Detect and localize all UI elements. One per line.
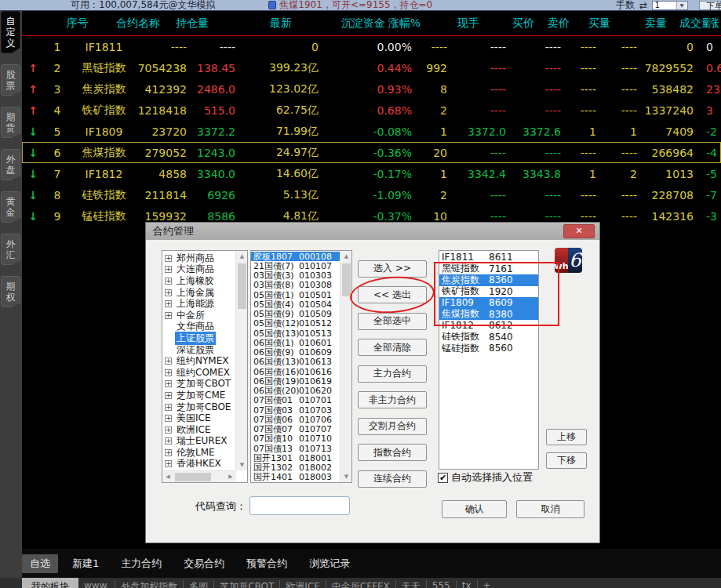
quote-row[interactable]: ↓ 8 硅铁指数 211814 6926 5.13亿 -1.09% 2 ----… bbox=[22, 184, 721, 205]
scrollbar-down-icon[interactable]: ▼ bbox=[236, 459, 248, 470]
move-down-button[interactable]: 下移 bbox=[546, 452, 587, 469]
tree-expand-icon[interactable] bbox=[165, 323, 172, 330]
column-header[interactable]: 沉淀资金 bbox=[293, 16, 387, 31]
selected-list-item[interactable]: 铁矿指数 1920 bbox=[439, 286, 538, 298]
auto-insert-checkbox[interactable]: ✔ bbox=[438, 473, 448, 483]
quote-row[interactable]: 1 IF1811 ---- ---- 0 0.00% ---- ---- ---… bbox=[22, 36, 721, 57]
action-button[interactable]: 连续合约 bbox=[358, 470, 427, 488]
sidebar-tab[interactable]: 自定义 bbox=[1, 11, 20, 53]
tree-expand-icon[interactable]: + bbox=[165, 392, 172, 399]
board-item[interactable]: 外盘加权指数 bbox=[115, 580, 183, 588]
column-header[interactable]: 现手 bbox=[422, 16, 481, 31]
action-button[interactable]: 选入 >> bbox=[358, 260, 427, 278]
tree-item[interactable]: + 美国ICE bbox=[162, 412, 235, 424]
sidebar-tab[interactable]: 黄金 bbox=[1, 191, 20, 223]
confirm-button[interactable]: 确认 bbox=[442, 500, 507, 518]
tree-expand-icon[interactable]: + bbox=[165, 415, 172, 422]
watchlist-tab[interactable]: 交易合约 bbox=[176, 554, 232, 573]
board-item[interactable]: 中金所CFFEX bbox=[326, 580, 395, 588]
lots-spinner[interactable]: ▼ bbox=[652, 1, 688, 10]
tree-expand-icon[interactable]: + bbox=[165, 404, 172, 411]
tree-item[interactable]: + 上海橡胶 bbox=[162, 275, 235, 287]
tree-expand-icon[interactable]: + bbox=[165, 278, 172, 285]
action-button[interactable]: 主力合约 bbox=[358, 365, 427, 383]
scrollbar-thumb[interactable] bbox=[175, 473, 211, 481]
board-item[interactable]: 天天 bbox=[395, 580, 426, 588]
tree-expand-icon[interactable] bbox=[165, 347, 172, 354]
tree-item[interactable]: + 大连商品 bbox=[162, 264, 235, 276]
tree-item[interactable]: + 郑州商品 bbox=[162, 252, 235, 264]
board-item[interactable]: 芝加哥CBOT bbox=[213, 580, 279, 588]
cancel-button[interactable]: 取消 bbox=[516, 500, 584, 518]
action-button[interactable]: 全部清除 bbox=[358, 339, 427, 356]
tree-item[interactable]: 上证股票 bbox=[162, 332, 235, 344]
tree-item[interactable]: 文华商品 bbox=[162, 321, 235, 333]
sidebar-tab[interactable]: 外盘 bbox=[1, 149, 20, 180]
column-header[interactable]: 序号 bbox=[44, 16, 111, 31]
code-list-item[interactable]: 国开1401 018003 bbox=[251, 473, 340, 482]
scrollbar-thumb[interactable] bbox=[238, 263, 246, 309]
dialog-titlebar[interactable]: 合约管理 bbox=[146, 223, 599, 240]
tree-item[interactable]: + 香港HKEX bbox=[162, 459, 235, 470]
column-header[interactable]: 合约名称 bbox=[111, 16, 162, 31]
tree-expand-icon[interactable]: + bbox=[165, 380, 172, 387]
scrollbar-up-icon[interactable]: ▲ bbox=[236, 251, 248, 262]
place-order-button[interactable]: 下单 bbox=[699, 1, 721, 10]
scrollbar-left-icon[interactable]: ◀ bbox=[162, 471, 173, 483]
tree-expand-icon[interactable]: + bbox=[165, 289, 172, 296]
scrollbar-up-icon[interactable]: ▲ bbox=[340, 251, 352, 262]
board-item[interactable]: www. bbox=[78, 580, 115, 588]
scrollbar-thumb[interactable] bbox=[342, 263, 351, 296]
column-header[interactable]: 最新 bbox=[210, 16, 293, 31]
sidebar-tab[interactable]: 外汇 bbox=[1, 234, 20, 265]
quote-row[interactable]: ↓ 7 IF1812 4858 3340.0 14.60亿 -0.17% 1 3… bbox=[22, 163, 721, 184]
column-header[interactable]: 卖价 bbox=[536, 16, 571, 31]
close-button[interactable]: ✕ bbox=[563, 224, 595, 238]
tree-item[interactable]: 深证股票 bbox=[162, 344, 235, 356]
action-button[interactable]: 全部选中 bbox=[358, 313, 427, 330]
sidebar-tab[interactable]: 期权 bbox=[1, 276, 20, 307]
action-button[interactable]: 交割月合约 bbox=[358, 418, 427, 435]
quote-row[interactable]: ↑ 3 焦炭指数 412392 2486.0 123.02亿 0.93% 8 -… bbox=[22, 78, 721, 100]
tree-item[interactable]: + 芝加哥CBOE bbox=[162, 401, 235, 413]
code-list-scrollbar[interactable]: ▲ ▼ bbox=[340, 251, 351, 482]
watchlist-tab[interactable]: 预警合约 bbox=[239, 554, 295, 573]
action-button[interactable]: << 选出 bbox=[358, 286, 427, 303]
column-header[interactable]: 涨幅% bbox=[387, 16, 422, 31]
column-header[interactable]: 买量 bbox=[571, 16, 612, 31]
selected-list-item[interactable]: 锰硅指数 8560 bbox=[439, 343, 538, 354]
tree-item[interactable]: + 瑞士EUREX bbox=[162, 436, 235, 448]
board-item[interactable]: 555 bbox=[426, 580, 456, 588]
tree-expand-icon[interactable]: + bbox=[165, 449, 172, 456]
watchlist-tab[interactable]: 主力合约 bbox=[113, 554, 169, 573]
column-header[interactable]: 买价 bbox=[481, 16, 536, 31]
tree-expand-icon[interactable]: + bbox=[165, 460, 172, 467]
swap-icon[interactable]: ⇄ bbox=[639, 0, 647, 11]
board-item[interactable]: tx bbox=[456, 580, 477, 588]
watchlist-tab[interactable]: 浏览记录 bbox=[301, 554, 358, 573]
board-item[interactable]: 欧洲ICE bbox=[279, 580, 326, 588]
tree-item[interactable]: + 伦敦LME bbox=[162, 447, 235, 459]
tree-expand-icon[interactable]: + bbox=[165, 300, 172, 307]
move-up-button[interactable]: 上移 bbox=[546, 429, 587, 445]
watchlist-tab[interactable]: 新建1 bbox=[64, 554, 107, 573]
sidebar-tab[interactable]: 股票 bbox=[1, 64, 20, 96]
board-item[interactable]: 多图 bbox=[183, 580, 213, 588]
board-item[interactable]: + bbox=[477, 580, 497, 588]
column-header[interactable]: 涨 bbox=[708, 16, 721, 31]
quote-row[interactable]: ↑ 4 铁矿指数 1218418 515.0 62.75亿 0.68% 2 --… bbox=[22, 100, 721, 121]
lots-dropdown-icon[interactable]: ▼ bbox=[676, 2, 686, 9]
column-header[interactable]: 成交量 bbox=[668, 16, 708, 31]
tree-item[interactable]: + 欧洲ICE bbox=[162, 424, 235, 436]
lots-input[interactable] bbox=[653, 1, 676, 9]
tree-expand-icon[interactable]: + bbox=[165, 437, 172, 445]
tree-expand-icon[interactable] bbox=[165, 335, 172, 342]
tree-expand-icon[interactable]: + bbox=[165, 266, 172, 273]
quote-row[interactable]: ↑ 2 黑链指数 7054238 138.45 399.23亿 0.44% 99… bbox=[22, 57, 721, 78]
scrollbar-down-icon[interactable]: ▼ bbox=[340, 471, 352, 482]
action-button[interactable]: 非主力合约 bbox=[358, 391, 427, 408]
code-query-input[interactable] bbox=[249, 496, 350, 515]
tree-vertical-scrollbar[interactable]: ▲ ▼ bbox=[235, 251, 247, 470]
selected-list-item[interactable]: 焦煤指数 8380 bbox=[439, 309, 538, 321]
scrollbar-right-icon[interactable]: ▶ bbox=[225, 471, 236, 483]
